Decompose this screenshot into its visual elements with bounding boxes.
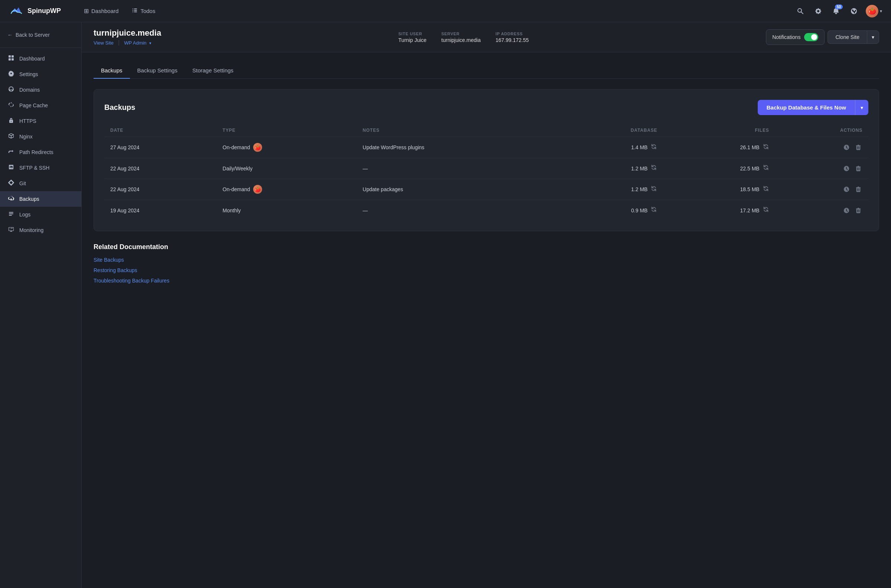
col-actions: ACTIONS <box>775 124 868 137</box>
svg-rect-1 <box>132 9 133 9</box>
row2-db-restore-icon[interactable] <box>650 164 657 172</box>
row1-avatar: 🍅 <box>253 143 262 152</box>
dashboard-sidebar-icon <box>8 55 15 62</box>
sidebar-item-sftp-ssh[interactable]: SFTP & SSH <box>0 160 81 176</box>
git-sidebar-icon <box>8 180 15 187</box>
site-info: turnipjuice.media View Site | WP Admin ▾ <box>93 28 161 46</box>
sidebar-item-page-cache[interactable]: Page Cache <box>0 98 81 113</box>
doc-link-restoring-backups[interactable]: Restoring Backups <box>93 267 879 273</box>
notifications-toggle[interactable] <box>804 33 818 41</box>
sidebar-item-domains[interactable]: Domains <box>0 82 81 98</box>
row2-delete-btn[interactable] <box>854 165 862 172</box>
settings-button[interactable] <box>812 5 824 17</box>
tab-backups[interactable]: Backups <box>93 63 130 79</box>
table-body: 27 Aug 2024 On-demand 🍅 Update WordPress… <box>104 137 868 221</box>
backup-now-button[interactable]: Backup Database & Files Now <box>758 100 855 115</box>
notifications-toggle-btn[interactable]: Notifications <box>766 29 825 45</box>
row4-history-btn[interactable] <box>842 206 850 214</box>
sidebar-item-dashboard[interactable]: Dashboard <box>0 51 81 66</box>
row4-files-restore-icon[interactable] <box>762 206 769 214</box>
logo[interactable]: SpinupWP <box>9 4 61 18</box>
avatar-chevron: ▾ <box>880 9 882 14</box>
site-user-value: Turnip Juice <box>398 37 427 43</box>
back-to-server[interactable]: ← Back to Server <box>0 28 81 42</box>
row4-files: 17.2 MB <box>663 200 775 221</box>
tab-backup-settings[interactable]: Backup Settings <box>130 63 185 79</box>
row4-db-restore-icon[interactable] <box>650 206 657 214</box>
sidebar-item-nginx[interactable]: Nginx <box>0 129 81 144</box>
sidebar-item-backups[interactable]: Backups <box>0 191 81 207</box>
user-menu[interactable]: 🍅 ▾ <box>866 5 882 18</box>
notifications-button[interactable]: 50 <box>830 5 842 17</box>
notification-badge: 50 <box>835 4 843 9</box>
svg-rect-7 <box>9 55 11 57</box>
col-type: TYPE <box>217 124 357 137</box>
sidebar-https-label: HTTPS <box>19 118 36 124</box>
site-name: turnipjuice.media <box>93 28 161 38</box>
view-site-link[interactable]: View Site <box>93 40 114 46</box>
wp-admin-chevron: ▾ <box>149 41 152 45</box>
row1-database: 1.4 MB <box>558 137 663 158</box>
nav-dashboard-label: Dashboard <box>92 8 118 14</box>
svg-rect-9 <box>9 58 11 60</box>
row2-type: Daily/Weekly <box>217 158 357 179</box>
history-icon <box>843 165 850 172</box>
row3-db-restore-icon[interactable] <box>650 185 657 194</box>
search-button[interactable] <box>795 5 806 17</box>
backups-sidebar-icon <box>8 195 15 202</box>
row1-type-label: On-demand <box>223 144 250 150</box>
col-notes: NOTES <box>357 124 558 137</box>
row3-avatar: 🍅 <box>253 185 262 194</box>
ip-value: 167.99.172.55 <box>496 37 529 43</box>
https-sidebar-icon <box>8 117 15 125</box>
row1-delete-btn[interactable] <box>854 143 862 152</box>
backup-now-dropdown[interactable]: ▾ <box>855 100 868 115</box>
row2-history-btn[interactable] <box>842 165 850 172</box>
tab-storage-settings[interactable]: Storage Settings <box>185 63 241 79</box>
row3-files-restore-icon[interactable] <box>762 185 769 194</box>
doc-link-site-backups[interactable]: Site Backups <box>93 257 879 263</box>
row3-delete-btn[interactable] <box>854 185 862 194</box>
row1-db-restore-icon[interactable] <box>650 143 657 152</box>
sidebar-settings-label: Settings <box>19 71 38 77</box>
page-content: Backups Backup Settings Storage Settings… <box>82 52 891 588</box>
sidebar-item-https[interactable]: HTTPS <box>0 113 81 129</box>
clone-site-button[interactable]: Clone Site <box>828 30 867 44</box>
clone-site-dropdown[interactable]: ▾ <box>867 30 879 44</box>
sidebar-item-settings[interactable]: Settings <box>0 66 81 82</box>
doc-link-troubleshooting[interactable]: Troubleshooting Backup Failures <box>93 278 879 284</box>
row4-delete-btn[interactable] <box>854 206 862 214</box>
clone-site-group: Clone Site ▾ <box>828 30 879 44</box>
dashboard-icon: ⊞ <box>84 8 89 15</box>
nav-dashboard[interactable]: ⊞ Dashboard <box>79 4 124 18</box>
sidebar-domains-label: Domains <box>19 87 40 93</box>
row3-date: 22 Aug 2024 <box>104 179 217 200</box>
card-header: Backups Backup Database & Files Now ▾ <box>104 100 868 115</box>
sidebar-item-monitoring[interactable]: Monitoring <box>0 222 81 238</box>
nginx-sidebar-icon <box>8 133 15 140</box>
backups-title: Backups <box>104 103 135 112</box>
nav-links: ⊞ Dashboard Todos <box>79 4 783 18</box>
app-name: SpinupWP <box>27 7 61 15</box>
sidebar-monitoring-label: Monitoring <box>19 227 44 233</box>
sidebar-item-git[interactable]: Git <box>0 176 81 191</box>
globe-button[interactable] <box>848 5 860 17</box>
row2-database: 1.2 MB <box>558 158 663 179</box>
nav-todos[interactable]: Todos <box>127 4 160 18</box>
row2-files-restore-icon[interactable] <box>762 164 769 172</box>
col-files: FILES <box>663 124 775 137</box>
row1-history-btn[interactable] <box>842 143 850 152</box>
back-arrow-icon: ← <box>8 32 13 38</box>
row3-history-btn[interactable] <box>842 185 850 194</box>
row4-actions <box>775 200 868 221</box>
backups-table: DATE TYPE NOTES DATABASE FILES ACTIONS 2… <box>104 124 868 220</box>
sidebar-item-logs[interactable]: Logs <box>0 207 81 222</box>
row2-files: 22.5 MB <box>663 158 775 179</box>
row1-date: 27 Aug 2024 <box>104 137 217 158</box>
row1-files-restore-icon[interactable] <box>762 143 769 152</box>
content-area: turnipjuice.media View Site | WP Admin ▾… <box>82 22 891 588</box>
wp-admin-link[interactable]: WP Admin ▾ <box>124 40 152 46</box>
sidebar-item-path-redirects[interactable]: Path Redirects <box>0 144 81 160</box>
gear-icon <box>814 8 822 15</box>
sidebar-backups-label: Backups <box>19 196 39 202</box>
